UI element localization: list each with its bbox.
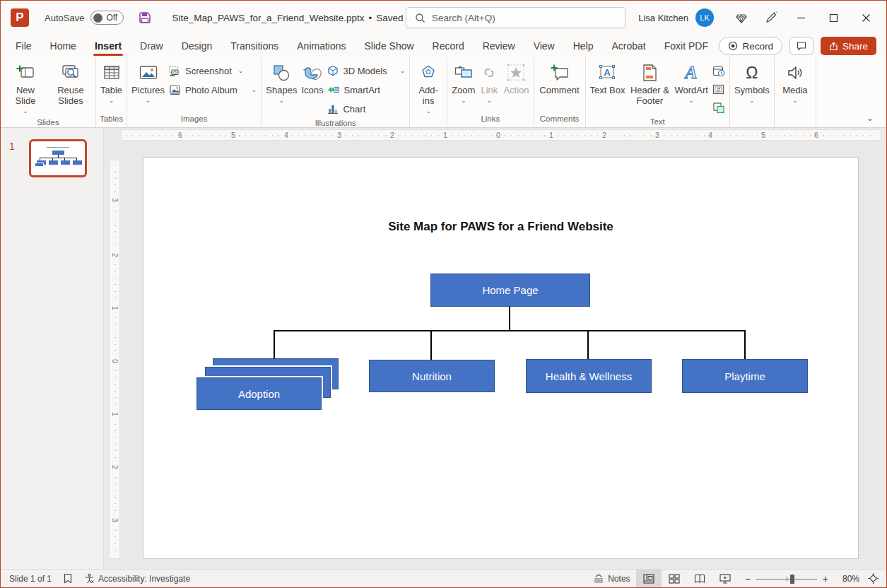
zoom-percentage[interactable]: 80% [835, 574, 859, 584]
autosave-toggle[interactable]: Off [90, 11, 124, 25]
zoom-out-button[interactable]: − [745, 573, 751, 584]
reading-view-button[interactable] [687, 570, 712, 587]
tab-slide-show[interactable]: Slide Show [356, 35, 423, 57]
tab-transitions[interactable]: Transitions [221, 35, 288, 57]
tab-record[interactable]: Record [423, 35, 474, 57]
slide-thumbnail[interactable] [29, 139, 87, 177]
share-icon [829, 42, 838, 51]
tab-insert[interactable]: Insert [86, 35, 131, 57]
add-ins-button[interactable]: Add-ins⌄ [412, 61, 445, 116]
vertical-ruler[interactable]: 3 2 1 0 1 2 3 [109, 160, 120, 559]
user-avatar[interactable]: LK [695, 8, 714, 27]
text-box-button[interactable]: A Text Box [588, 61, 628, 98]
horizontal-ruler[interactable]: 6 5 4 3 2 1 0 1 2 3 4 5 6 [121, 129, 881, 141]
screenshot-label: Screenshot [185, 66, 232, 76]
pictures-button[interactable]: Pictures⌄ [129, 61, 167, 105]
zoom-slider-thumb[interactable] [790, 575, 794, 584]
tab-foxit-pdf[interactable]: Foxit PDF [655, 35, 717, 57]
autosave-label: AutoSave [45, 13, 84, 23]
feature-diamond-button[interactable] [729, 6, 753, 30]
close-button[interactable] [854, 6, 878, 30]
laser-pointer-button[interactable] [759, 6, 783, 30]
new-comment-button[interactable]: Comment [536, 61, 583, 98]
node-home-page[interactable]: Home Page [430, 274, 590, 307]
tab-file[interactable]: File [6, 35, 41, 57]
collapse-ribbon-button[interactable]: ⌄ [867, 113, 874, 123]
slide-number-button[interactable]: # [710, 81, 727, 97]
ruler-number: 2 [111, 250, 119, 260]
comments-button[interactable] [789, 37, 813, 55]
notes-icon [593, 574, 604, 583]
screenshot-button[interactable]: Screenshot⌄ [167, 63, 259, 78]
node-playtime[interactable]: Playtime [682, 359, 808, 393]
action-label: Action [503, 86, 529, 96]
record-button[interactable]: Record [719, 37, 782, 55]
share-button[interactable]: Share [821, 37, 876, 55]
group-label-images: Images [129, 112, 259, 127]
maximize-button[interactable] [821, 6, 845, 30]
new-slide-button[interactable]: New Slide⌄ [3, 61, 48, 116]
symbols-button[interactable]: Ω Symbols⌄ [732, 61, 772, 105]
svg-text:#: # [717, 86, 720, 93]
group-label-text: Text [588, 115, 727, 129]
table-button[interactable]: Table⌄ [98, 61, 124, 105]
search-bar[interactable] [406, 7, 625, 28]
node-nutrition[interactable]: Nutrition [369, 360, 495, 392]
zoom-slider[interactable] [756, 574, 817, 584]
header-footer-button[interactable]: Header & Footer [627, 61, 672, 108]
tab-review[interactable]: Review [474, 35, 524, 57]
shapes-label: Shapes [266, 86, 297, 96]
node-health-wellness[interactable]: Health & Wellness [526, 359, 652, 393]
node-adoption[interactable]: Adoption [196, 377, 322, 410]
zoom-link-button[interactable]: Zoom⌄ [450, 61, 477, 105]
action-star-icon [506, 62, 526, 83]
accessibility-checker-button[interactable]: Accessibility: Investigate [78, 570, 196, 587]
slideshow-view-button[interactable] [712, 570, 738, 587]
normal-view-button[interactable] [636, 570, 662, 587]
notes-label: Notes [608, 574, 630, 584]
user-name[interactable]: Lisa Kitchen [638, 13, 688, 23]
connector-line [274, 330, 275, 358]
wordart-button[interactable]: A WordArt⌄ [672, 61, 710, 105]
chart-button[interactable]: Chart [325, 101, 407, 117]
minimize-button[interactable] [789, 6, 813, 30]
action-button: Action [501, 61, 531, 98]
3d-models-button[interactable]: 3D Models⌄ [325, 63, 407, 78]
reuse-slides-button[interactable]: Reuse Slides [48, 61, 93, 108]
tab-view[interactable]: View [524, 35, 564, 57]
media-button[interactable]: Media⌄ [777, 61, 813, 105]
tab-draw[interactable]: Draw [131, 35, 172, 57]
shapes-button[interactable]: Shapes⌄ [264, 61, 299, 105]
smartart-button[interactable]: SmartArt [325, 82, 407, 98]
ribbon-group-tables: Table⌄ Tables [96, 57, 127, 127]
add-ins-icon [420, 62, 437, 83]
slide-indicator: Slide 1 of 1 [1, 570, 57, 587]
record-button-label: Record [742, 41, 773, 52]
photo-album-button[interactable]: Photo Album⌄ [167, 82, 259, 98]
tab-help[interactable]: Help [564, 35, 603, 57]
ruler-number: 2 [600, 131, 609, 139]
date-time-button[interactable] [710, 63, 727, 78]
icons-button[interactable]: Icons [299, 61, 325, 98]
object-button[interactable] [710, 100, 727, 115]
status-bar: Slide 1 of 1 Accessibility: Investigate … [1, 569, 886, 587]
slide-sorter-view-button[interactable] [662, 570, 687, 587]
notes-button[interactable]: Notes [587, 570, 635, 587]
zoom-in-button[interactable]: + [823, 573, 828, 584]
save-button[interactable] [136, 9, 153, 26]
tab-home[interactable]: Home [41, 35, 86, 57]
spell-check-button[interactable] [57, 570, 78, 587]
slide-zoom-icon [454, 62, 474, 83]
tab-acrobat[interactable]: Acrobat [603, 35, 655, 57]
tab-design[interactable]: Design [172, 35, 222, 57]
text-box-label: Text Box [590, 86, 625, 96]
slide-title[interactable]: Site Map for PAWS for a Friend Website [143, 220, 858, 234]
powerpoint-logo-icon[interactable]: P [11, 8, 29, 27]
search-input[interactable] [432, 13, 609, 23]
slide-indicator-label: Slide 1 of 1 [9, 574, 52, 584]
ribbon-group-illustrations: Shapes⌄ Icons 3D Models⌄ SmartArt [262, 57, 410, 127]
svg-text:A: A [604, 67, 611, 78]
tab-animations[interactable]: Animations [288, 35, 355, 57]
fit-slide-to-window-button[interactable] [862, 570, 883, 587]
slide-canvas[interactable]: Site Map for PAWS for a Friend Website H… [143, 157, 859, 559]
